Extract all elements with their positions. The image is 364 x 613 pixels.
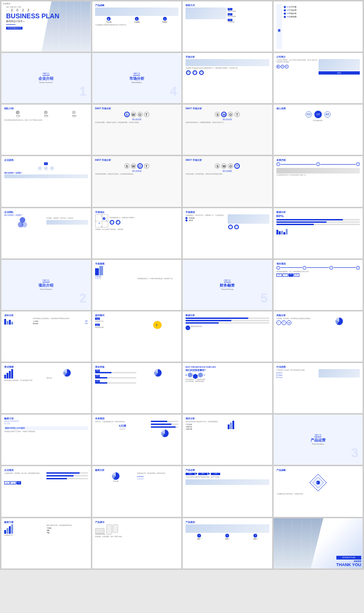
company-image (319, 59, 360, 71)
step-1: 1 (276, 162, 280, 166)
slide-market-scale: 市场规模 1,200,000 1,000,000 市场规模持续扩大，年增长率保持… (92, 260, 182, 310)
project-content: 项目具有良好的市场前景和可行性，投资回报周期短。 • 可行性高 • 风险可控 •… (186, 421, 269, 430)
b4 (11, 369, 13, 378)
fb-3-fill (151, 426, 176, 428)
label-c: C (204, 374, 205, 376)
company-text: 公司成立于2022年，专注于科技产品研发与销售，致力于为客户提供优质的产品和服务… (276, 59, 318, 75)
section-title: 财务融资 (220, 283, 235, 288)
fb-1-fill (151, 421, 167, 422)
b3 (9, 526, 11, 534)
step-3: 3 (356, 162, 360, 166)
toc-item-2: 02 产品运营 (284, 9, 358, 11)
bar-1 (4, 319, 6, 325)
swot-letters: S W O T (95, 111, 179, 118)
timeline: 1 2 3 4 (276, 266, 360, 270)
b1 (4, 375, 6, 378)
bar-fill-2 (276, 221, 327, 223)
text: 企业规划清晰，目标明确，执行力强，持续创新驱动发展。 (4, 472, 45, 474)
pi-3: 3 阶段三 (242, 534, 269, 540)
toc-num-1: 01 (287, 6, 289, 8)
swot-desc: 市场竞争激烈，技术变革迅速，外部经济环境不确定性增加。 (186, 173, 269, 175)
risk-icon-2: ? (282, 320, 286, 325)
slide-swot3: SWOT 市场分析 S W O T 我们的机遇 市场需求持续增长，政策支持力度加… (92, 156, 182, 206)
sales-item-1: 线上 电商平台销售 (228, 8, 269, 12)
bar-fill-3 (276, 224, 314, 225)
desc-circles: S R (228, 224, 269, 230)
strategy-desc: 产品战略以用户需求为核心，持续迭代优化。 (276, 493, 360, 495)
icon: 3 (253, 534, 257, 537)
diamond-3 (283, 12, 286, 15)
bar-1-fill (186, 318, 248, 319)
profit-item-1: 直销 直接销售产品 (95, 318, 136, 323)
bar-chart (276, 227, 360, 235)
analysis-icons: ↑ 数据持续增长趋势 (186, 325, 269, 330)
step-3: 长期 (16, 481, 21, 484)
letter-t: T (234, 112, 240, 117)
item-text: 市场容量 (189, 217, 194, 219)
svg-point-7 (103, 217, 105, 220)
b2 (230, 423, 232, 429)
fund-visual (137, 369, 178, 385)
slide-core-advantage: 核心优势 科技 品质 服务 我们的服务项目 (274, 105, 363, 155)
position-content: F T W Q 市场份额持续扩大，品牌影响力不断提升。 A B (95, 214, 179, 227)
divider (133, 75, 140, 76)
text: 公司成立于2022年，专注于科技产品研发与销售，致力于为客户提供优质的产品和服务… (276, 59, 318, 63)
text-1: 直接销售产品 (95, 320, 136, 322)
scale-text: 市场规模持续扩大，年增长率保持两位数，发展前景广阔。 (137, 278, 178, 280)
label: 阶段三 (242, 538, 269, 540)
bar-b (99, 266, 103, 275)
slide-title: 市场规模 (95, 263, 179, 265)
member-role-3: COO (72, 117, 76, 118)
history-image (276, 168, 360, 174)
year-note: 2022 (276, 235, 360, 236)
bar-a (95, 268, 99, 275)
section-title: 产品运营 (311, 438, 326, 443)
bar-fill (95, 382, 107, 384)
step-2: 2 (316, 162, 320, 166)
step-1: 短期 (4, 481, 10, 484)
tag: 研发 (95, 370, 100, 372)
letter-o: O (228, 112, 233, 117)
pos-icons: A B (109, 219, 179, 225)
cost-items: 人力成本 40% 研发成本 30% (33, 320, 88, 325)
pb-1 (46, 472, 88, 474)
pie-label: 资金分配 (95, 480, 136, 482)
bar-fill (95, 377, 107, 378)
bars (4, 369, 45, 378)
invest-desc: 本轮融资主要用于产品研发、市场推广和团队建设。 (4, 431, 88, 432)
cost-value-1: 40% (85, 320, 88, 322)
company-image-container: 2022 (319, 59, 360, 75)
line (320, 164, 356, 165)
thankyou-text-block: BUSINESS PLAN 谢谢观看 THANK YOU (336, 556, 361, 567)
diamond-4 (283, 15, 286, 18)
tag-1: 直销 (95, 318, 100, 320)
text: 融资结构合理，资金使用高效，财务状况良好。 (137, 472, 178, 474)
project-items: • 可行性高 • 风险可控 • 回报可期 (186, 424, 227, 430)
adv-3: 服务 (323, 111, 332, 118)
slide-data-analysis2: 数据分析 ↑ 数据持续增长趋势 (183, 311, 272, 362)
tag-1: 研发 (276, 273, 282, 277)
part-label: PART 03 (311, 434, 326, 436)
toc-item-4: 04 业务拓展 (284, 16, 358, 18)
pi-3: • 回报可期 (186, 428, 227, 430)
slide-title: 成本分析 (4, 314, 88, 317)
section-text: PART 03 产品运营 Product Operations (311, 434, 326, 445)
slide-sales-method: 销售方式 线上 电商平台销售 线下 实体店面销售 代理 代理商销售 (183, 1, 272, 52)
fi-1: ■ 股权融资 (137, 476, 178, 477)
text-1: 电商平台销售 (228, 10, 269, 12)
node-v: V (50, 166, 54, 171)
slide-title: 风险分析 (276, 314, 360, 317)
svg-text:P: P (317, 482, 318, 484)
item-icon-3: ● (163, 17, 167, 21)
cost-text: 成本控制是企业运营的核心，通过精细化管理降低运营成本。 人力成本 40% 研发成… (33, 318, 88, 325)
ops-image (186, 479, 269, 485)
swot-title: SWOT 市场分析 (186, 159, 269, 161)
slide-product-strategy2: 产品战略 P 产品战略以用户需求为核心，持续迭代优化。 (274, 466, 363, 516)
c2: R (234, 225, 239, 229)
slide-subtitle: 我们的优势是哪里? (186, 369, 269, 371)
slide-swot4: SWOT 市场分析 S W O T 我们的威胁 市场竞争激烈，技术变革迅速，外部… (183, 156, 272, 206)
slide-thankyou: BUSINESS PLAN 谢谢观看 THANK YOU (274, 518, 363, 568)
toc-num-2: 02 (287, 9, 289, 11)
struct-tagline: 我们怎样的一支团队? (4, 172, 88, 174)
diamond-diagram: P (276, 473, 360, 492)
